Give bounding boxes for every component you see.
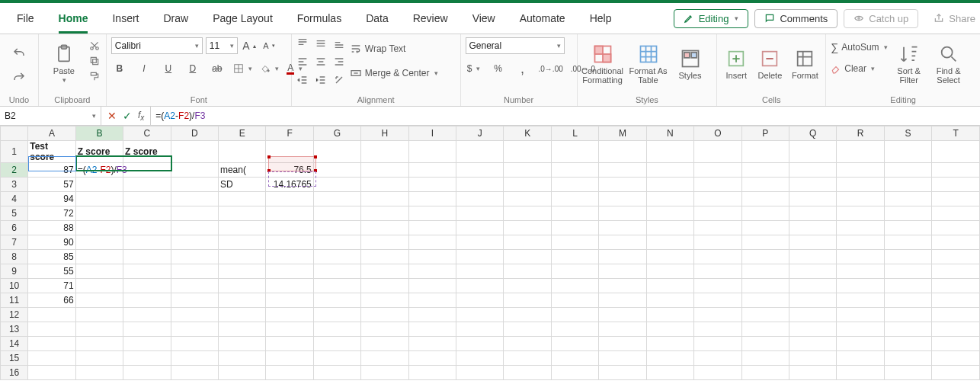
underline-button[interactable]: U [160, 60, 177, 77]
align-center-icon[interactable] [315, 56, 327, 68]
cell[interactable] [551, 192, 598, 206]
cell[interactable] [504, 178, 551, 192]
cell[interactable] [646, 163, 693, 178]
cell[interactable] [741, 279, 789, 293]
cell[interactable] [789, 178, 837, 192]
cell[interactable] [932, 178, 980, 192]
cell[interactable] [599, 221, 646, 235]
cell[interactable] [694, 141, 741, 163]
cell[interactable] [28, 308, 75, 322]
cell[interactable] [837, 351, 884, 366]
cell[interactable] [218, 308, 265, 322]
tab-help[interactable]: Help [578, 3, 624, 34]
cell[interactable] [789, 308, 837, 322]
cell[interactable] [646, 366, 693, 380]
cell[interactable] [741, 366, 789, 380]
cell[interactable] [884, 141, 931, 163]
cell[interactable] [28, 337, 75, 351]
cell[interactable] [123, 235, 171, 250]
cell[interactable] [504, 351, 551, 366]
cell[interactable] [837, 322, 884, 337]
cell[interactable] [646, 293, 693, 308]
cell[interactable] [837, 192, 884, 206]
catch-up-button[interactable]: Catch up [844, 9, 918, 28]
cell[interactable] [599, 178, 646, 192]
cell[interactable] [884, 351, 931, 366]
cell[interactable] [646, 264, 693, 279]
cell[interactable] [741, 235, 789, 250]
fx-icon[interactable]: fx [138, 110, 144, 122]
cell[interactable] [694, 163, 741, 178]
cell[interactable] [884, 337, 931, 351]
cell[interactable] [789, 264, 837, 279]
cell[interactable] [266, 141, 313, 163]
cell[interactable] [789, 250, 837, 264]
column-header[interactable]: K [504, 126, 551, 141]
cell[interactable] [504, 163, 551, 178]
cell[interactable] [646, 178, 693, 192]
sort-filter-button[interactable]: Sort & Filter [892, 37, 926, 91]
cell[interactable] [313, 235, 360, 250]
cell[interactable] [218, 337, 265, 351]
cell[interactable] [75, 351, 123, 366]
increase-decimal-button[interactable]: .0→.00 [539, 60, 563, 77]
cell[interactable] [694, 293, 741, 308]
cell[interactable] [646, 141, 693, 163]
cell[interactable] [504, 366, 551, 380]
cell[interactable] [218, 351, 265, 366]
cell[interactable] [694, 206, 741, 221]
cell[interactable] [551, 337, 598, 351]
column-header[interactable]: H [361, 126, 408, 141]
cell[interactable] [75, 279, 123, 293]
cell[interactable] [789, 206, 837, 221]
cell[interactable] [361, 264, 408, 279]
cell[interactable] [408, 293, 456, 308]
comments-button[interactable]: Comments [754, 9, 837, 28]
cell[interactable] [884, 279, 931, 293]
cell[interactable] [75, 264, 123, 279]
tab-review[interactable]: Review [401, 3, 460, 34]
format-as-table-button[interactable]: Format As Table [628, 37, 669, 91]
cell[interactable] [884, 322, 931, 337]
cell[interactable] [694, 178, 741, 192]
tab-automate[interactable]: Automate [508, 3, 578, 34]
cell[interactable] [551, 221, 598, 235]
cell[interactable] [694, 337, 741, 351]
cell[interactable] [28, 366, 75, 380]
insert-cells-button[interactable]: Insert [722, 37, 751, 91]
cell[interactable] [408, 192, 456, 206]
find-select-button[interactable]: Find & Select [930, 37, 967, 91]
cell[interactable] [789, 293, 837, 308]
cell[interactable] [789, 351, 837, 366]
cell[interactable] [646, 322, 693, 337]
cell[interactable] [504, 235, 551, 250]
cell[interactable]: 88 [28, 221, 75, 235]
fill-color-button[interactable]: ▾ [260, 60, 279, 77]
cell[interactable] [599, 337, 646, 351]
cell[interactable] [504, 221, 551, 235]
formula-input[interactable]: =(A2-F2)/F3 [151, 107, 980, 125]
cell[interactable] [123, 206, 171, 221]
cell[interactable] [313, 163, 360, 178]
cell[interactable] [361, 322, 408, 337]
cell[interactable] [837, 279, 884, 293]
cell[interactable] [789, 192, 837, 206]
column-header[interactable]: D [171, 126, 218, 141]
cell[interactable] [551, 264, 598, 279]
cell[interactable] [741, 337, 789, 351]
cell[interactable] [599, 250, 646, 264]
cell[interactable]: 85 [28, 250, 75, 264]
cell[interactable] [123, 279, 171, 293]
spreadsheet-grid[interactable]: ABCDEFGHIJKLMNOPQRST1Test scoreZ scoreZ … [0, 126, 980, 384]
tab-draw[interactable]: Draw [151, 3, 200, 34]
cell[interactable] [456, 351, 504, 366]
cell[interactable] [313, 264, 360, 279]
cell[interactable] [551, 141, 598, 163]
cell[interactable] [599, 308, 646, 322]
cell[interactable] [504, 141, 551, 163]
cell[interactable] [75, 366, 123, 380]
cell[interactable] [932, 337, 980, 351]
cell[interactable] [408, 366, 456, 380]
cell[interactable] [313, 279, 360, 293]
cell[interactable] [266, 337, 313, 351]
